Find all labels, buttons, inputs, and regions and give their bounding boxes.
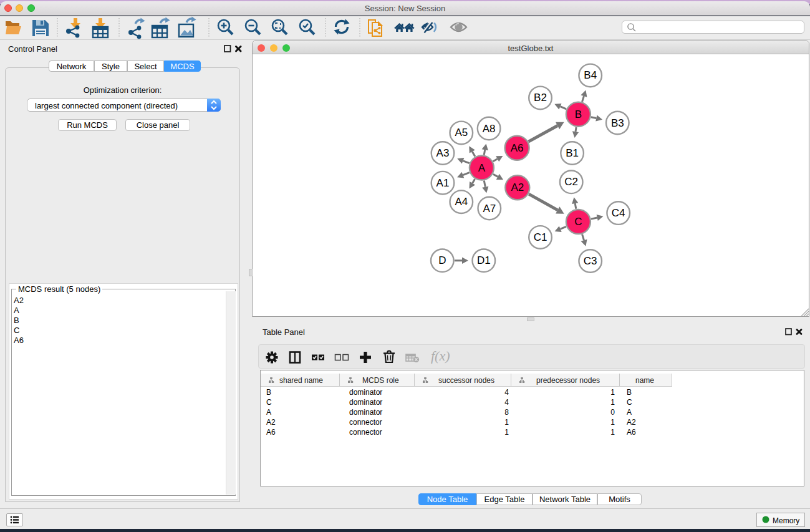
svg-text:dominator: dominator bbox=[349, 388, 382, 397]
svg-text:A4: A4 bbox=[455, 196, 468, 208]
svg-text:name: name bbox=[635, 376, 654, 385]
svg-text:A6: A6 bbox=[266, 428, 276, 437]
svg-text:MCDS role: MCDS role bbox=[362, 376, 399, 385]
svg-text:connector: connector bbox=[349, 418, 382, 427]
svg-text:C3: C3 bbox=[584, 255, 597, 267]
svg-text:B: B bbox=[266, 388, 271, 397]
svg-text:A2: A2 bbox=[511, 181, 524, 193]
svg-text:A8: A8 bbox=[483, 123, 496, 135]
svg-text:dominator: dominator bbox=[349, 398, 382, 407]
svg-text:1: 1 bbox=[504, 418, 509, 427]
svg-text:A1: A1 bbox=[436, 177, 450, 189]
svg-text:C4: C4 bbox=[612, 207, 625, 219]
svg-text:A6: A6 bbox=[511, 142, 524, 154]
svg-text:shared name: shared name bbox=[279, 376, 323, 385]
svg-text:B2: B2 bbox=[534, 92, 547, 104]
svg-text:C: C bbox=[574, 216, 582, 228]
svg-text:B1: B1 bbox=[566, 147, 579, 159]
svg-text:connector: connector bbox=[349, 428, 382, 437]
svg-text:1: 1 bbox=[610, 428, 615, 437]
svg-text:1: 1 bbox=[504, 428, 509, 437]
svg-text:C: C bbox=[627, 398, 632, 407]
svg-text:A6: A6 bbox=[627, 428, 636, 437]
svg-text:A: A bbox=[478, 162, 486, 174]
svg-text:B: B bbox=[575, 109, 582, 120]
svg-text:dominator: dominator bbox=[349, 408, 382, 417]
svg-text:A: A bbox=[266, 408, 271, 417]
svg-text:B: B bbox=[627, 388, 632, 397]
svg-text:0: 0 bbox=[610, 408, 615, 417]
svg-text:A3: A3 bbox=[436, 147, 450, 159]
svg-text:C: C bbox=[266, 398, 272, 407]
svg-text:A: A bbox=[627, 408, 632, 417]
svg-text:4: 4 bbox=[504, 388, 509, 397]
svg-text:A2: A2 bbox=[266, 418, 276, 427]
svg-text:B3: B3 bbox=[611, 117, 624, 129]
svg-text:successor nodes: successor nodes bbox=[438, 376, 494, 385]
svg-text:D1: D1 bbox=[477, 254, 491, 266]
svg-text:1: 1 bbox=[610, 398, 615, 407]
svg-text:B4: B4 bbox=[584, 69, 597, 81]
svg-text:D: D bbox=[438, 254, 446, 266]
svg-text:1: 1 bbox=[610, 388, 615, 397]
svg-text:A7: A7 bbox=[483, 203, 496, 215]
svg-text:A2: A2 bbox=[627, 418, 636, 427]
svg-text:8: 8 bbox=[504, 408, 509, 417]
svg-text:predecessor nodes: predecessor nodes bbox=[536, 376, 600, 385]
svg-text:4: 4 bbox=[504, 398, 509, 407]
svg-text:C1: C1 bbox=[534, 231, 547, 243]
svg-text:A5: A5 bbox=[455, 127, 468, 138]
svg-text:1: 1 bbox=[610, 418, 615, 427]
svg-text:C2: C2 bbox=[564, 176, 578, 188]
